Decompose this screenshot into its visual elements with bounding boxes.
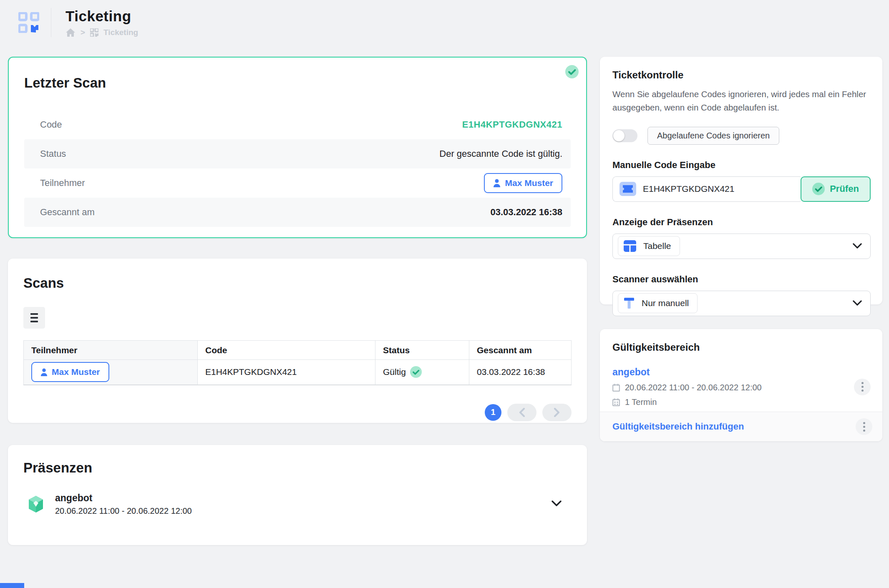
- pagination-page-1[interactable]: 1: [485, 404, 501, 421]
- header-divider: [51, 8, 51, 37]
- person-icon: [493, 179, 501, 187]
- cell-gescannt-am: 03.03.2022 16:38: [469, 360, 572, 385]
- scan-status-value: Der gescannte Code ist gültig.: [439, 148, 562, 159]
- qr-icon: [90, 28, 98, 37]
- check-code-button[interactable]: Prüfen: [801, 176, 871, 202]
- letter-t-icon: [623, 297, 635, 309]
- home-icon[interactable]: [65, 28, 76, 37]
- add-validity-link[interactable]: Gültigkeitsbereich hinzufügen: [612, 421, 744, 432]
- breadcrumb-separator: >: [81, 28, 85, 37]
- last-scan-rows: Code E1H4KPTGKDGNX421 Status Der gescann…: [24, 110, 571, 227]
- ignore-expired-label-button[interactable]: Abgelaufene Codes ignorieren: [647, 127, 779, 145]
- praesenzen-card: Präsenzen angebot 20.06.2022 11:00 - 20.…: [8, 445, 587, 545]
- scans-table: Teilnehmer Code Status Gescannt am: [23, 340, 572, 385]
- selected-option-chip: Tabelle: [618, 236, 680, 256]
- gueltigkeitsbereich-panel: Gültigkeitsbereich angebot 20.06.2022 11…: [600, 329, 882, 441]
- menu-icon: [30, 313, 38, 315]
- participant-name: Max Muster: [505, 178, 553, 188]
- app-logo-icon: [18, 12, 39, 33]
- last-scan-row-participant: Teilnehmer Max Muster: [24, 168, 571, 198]
- manual-code-label: Manuelle Code Eingabe: [612, 160, 871, 171]
- breadcrumb: > Ticketing: [65, 28, 138, 37]
- pagination: 1: [23, 404, 572, 421]
- last-scan-title: Letzter Scan: [24, 75, 571, 91]
- row-label: Gescannt am: [40, 207, 95, 218]
- praesenzen-title: Präsenzen: [23, 460, 572, 476]
- check-code-label: Prüfen: [830, 183, 859, 194]
- table-row: Max Muster E1H4KPTGKDGNX421 Gültig: [24, 360, 572, 385]
- expand-praesenz-button[interactable]: [552, 500, 562, 508]
- cell-code: E1H4KPTGKDGNX421: [198, 360, 375, 385]
- last-scan-row-code: Code E1H4KPTGKDGNX421: [24, 110, 571, 139]
- page-title: Ticketing: [65, 8, 138, 25]
- calendar-icon: [612, 384, 620, 392]
- validity-list-item: angebot 20.06.2022 11:00 - 20.06.2022 12…: [612, 367, 871, 407]
- scans-card: Scans Teilnehmer Code Status Gescannt am: [8, 259, 587, 423]
- toggle-knob: [613, 130, 625, 141]
- manual-code-input[interactable]: [643, 184, 794, 194]
- last-scan-row-status: Status Der gescannte Code ist gültig.: [24, 139, 571, 168]
- last-scan-row-scanned-at: Gescannt am 03.03.2022 16:38: [24, 198, 571, 227]
- page-header: Ticketing > Ticketing: [0, 0, 889, 45]
- ticket-icon: [620, 182, 636, 196]
- cube-icon: [28, 495, 44, 513]
- scanner-select[interactable]: Nur manuell: [612, 291, 871, 316]
- col-header-gescannt-am: Gescannt am: [469, 341, 572, 360]
- selected-option-chip: Nur manuell: [618, 293, 698, 313]
- scanned-at-value: 03.03.2022 16:38: [491, 207, 563, 218]
- praesenz-name: angebot: [55, 493, 192, 504]
- calendar-icon: [612, 398, 620, 406]
- kebab-icon: [861, 382, 864, 392]
- chevron-left-icon: [519, 408, 525, 417]
- ignore-expired-toggle[interactable]: [612, 129, 637, 142]
- person-icon: [40, 368, 48, 376]
- pagination-prev-button[interactable]: [507, 404, 536, 421]
- manual-code-field: [612, 176, 801, 202]
- status-text: Gültig: [383, 367, 406, 377]
- gueltigkeitsbereich-title: Gültigkeitsbereich: [612, 342, 871, 353]
- validity-name-link[interactable]: angebot: [612, 367, 762, 378]
- participant-name: Max Muster: [52, 367, 100, 377]
- last-scan-card: Letzter Scan Code E1H4KPTGKDGNX421 Statu…: [8, 57, 587, 238]
- col-header-code: Code: [198, 341, 375, 360]
- participant-button[interactable]: Max Muster: [31, 362, 109, 382]
- ticketkontrolle-title: Ticketkontrolle: [612, 69, 871, 81]
- display-select[interactable]: Tabelle: [612, 234, 871, 259]
- scanner-select-value: Nur manuell: [642, 298, 689, 308]
- scanner-select-label: Scanner auswählen: [612, 274, 871, 285]
- cell-teilnehmer: Max Muster: [24, 360, 198, 385]
- participant-button[interactable]: Max Muster: [484, 173, 562, 193]
- display-select-label: Anzeige der Präsenzen: [612, 217, 871, 228]
- validity-footer: Gültigkeitsbereich hinzufügen: [600, 412, 882, 441]
- validity-item-kebab-button[interactable]: [854, 379, 871, 395]
- chevron-down-icon: [853, 300, 862, 306]
- praesenz-list-item: angebot 20.06.2022 11:00 - 20.06.2022 12…: [23, 493, 572, 516]
- validity-time: 20.06.2022 11:00 - 20.06.2022 12:00: [625, 383, 762, 392]
- kebab-icon: [863, 422, 865, 432]
- scans-title: Scans: [23, 275, 572, 291]
- bottom-progress-bar: [0, 583, 24, 588]
- row-label: Teilnehmer: [40, 178, 85, 188]
- row-label: Code: [40, 119, 62, 130]
- valid-check-icon: [410, 366, 422, 378]
- scanned-code-value: E1H4KPTGKDGNX421: [462, 119, 562, 130]
- cell-status: Gültig: [375, 360, 469, 385]
- praesenz-time: 20.06.2022 11:00 - 20.06.2022 12:00: [55, 506, 192, 516]
- chevron-down-icon: [552, 500, 562, 507]
- pagination-next-button[interactable]: [542, 404, 572, 421]
- validity-termine: 1 Termin: [625, 397, 657, 407]
- row-label: Status: [40, 148, 66, 159]
- ticketkontrolle-panel: Ticketkontrolle Wenn Sie abgelaufene Cod…: [600, 57, 882, 304]
- table-icon: [623, 240, 637, 252]
- col-header-teilnehmer: Teilnehmer: [24, 341, 198, 360]
- breadcrumb-current: Ticketing: [103, 28, 138, 37]
- ticketing-page: Ticketing > Ticketing Letzter: [0, 0, 889, 588]
- table-menu-button[interactable]: [23, 307, 45, 329]
- chevron-down-icon: [853, 243, 862, 249]
- ticketkontrolle-description: Wenn Sie abgelaufene Codes ignorieren, w…: [612, 88, 871, 114]
- col-header-status: Status: [375, 341, 469, 360]
- add-validity-kebab-button[interactable]: [856, 418, 872, 435]
- chevron-right-icon: [554, 408, 560, 417]
- display-select-value: Tabelle: [643, 241, 671, 251]
- check-circle-icon: [812, 183, 825, 195]
